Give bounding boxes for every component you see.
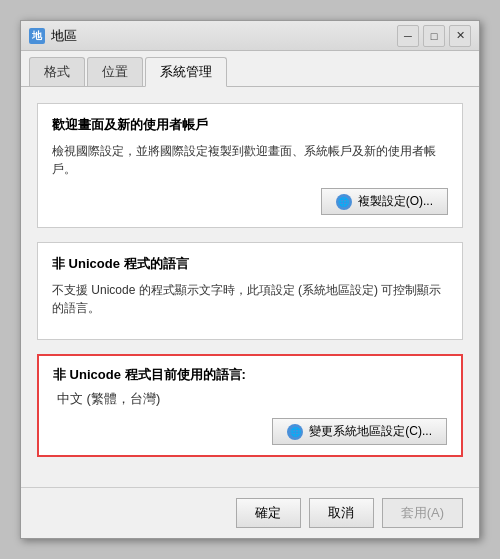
unicode-section-desc: 不支援 Unicode 的程式顯示文字時，此項設定 (系統地區設定) 可控制顯示… [52, 281, 448, 317]
window-icon: 地 [29, 28, 45, 44]
current-lang-title: 非 Unicode 程式目前使用的語言: [53, 366, 447, 384]
content-area: 歡迎畫面及新的使用者帳戶 檢視國際設定，並將國際設定複製到歡迎畫面、系統帳戶及新… [21, 87, 479, 487]
welcome-section-desc: 檢視國際設定，並將國際設定複製到歡迎畫面、系統帳戶及新的使用者帳戶。 [52, 142, 448, 178]
copy-settings-icon: 🌐 [336, 194, 352, 210]
change-lang-btn-row: 🌐 變更系統地區設定(C)... [53, 418, 447, 445]
close-button[interactable]: ✕ [449, 25, 471, 47]
tab-format[interactable]: 格式 [29, 57, 85, 86]
welcome-btn-row: 🌐 複製設定(O)... [52, 188, 448, 215]
unicode-section: 非 Unicode 程式的語言 不支援 Unicode 的程式顯示文字時，此項設… [37, 242, 463, 340]
tab-admin[interactable]: 系統管理 [145, 57, 227, 87]
title-bar: 地 地區 ─ □ ✕ [21, 21, 479, 51]
apply-button[interactable]: 套用(A) [382, 498, 463, 528]
welcome-section-title: 歡迎畫面及新的使用者帳戶 [52, 116, 448, 134]
window-title: 地區 [51, 27, 397, 45]
current-lang-value: 中文 (繁體，台灣) [53, 390, 447, 408]
unicode-section-title: 非 Unicode 程式的語言 [52, 255, 448, 273]
copy-settings-button[interactable]: 🌐 複製設定(O)... [321, 188, 448, 215]
tab-location[interactable]: 位置 [87, 57, 143, 86]
change-locale-label: 變更系統地區設定(C)... [309, 423, 432, 440]
maximize-button[interactable]: □ [423, 25, 445, 47]
cancel-button[interactable]: 取消 [309, 498, 374, 528]
tab-bar: 格式 位置 系統管理 [21, 51, 479, 87]
footer: 確定 取消 套用(A) [21, 487, 479, 538]
welcome-section: 歡迎畫面及新的使用者帳戶 檢視國際設定，並將國際設定複製到歡迎畫面、系統帳戶及新… [37, 103, 463, 228]
minimize-button[interactable]: ─ [397, 25, 419, 47]
change-locale-icon: 🌐 [287, 424, 303, 440]
copy-settings-label: 複製設定(O)... [358, 193, 433, 210]
main-window: 地 地區 ─ □ ✕ 格式 位置 系統管理 歡迎畫面及新的使用者帳戶 檢視國際設… [20, 20, 480, 539]
ok-button[interactable]: 確定 [236, 498, 301, 528]
change-locale-button[interactable]: 🌐 變更系統地區設定(C)... [272, 418, 447, 445]
current-lang-section: 非 Unicode 程式目前使用的語言: 中文 (繁體，台灣) 🌐 變更系統地區… [37, 354, 463, 457]
title-bar-controls: ─ □ ✕ [397, 25, 471, 47]
